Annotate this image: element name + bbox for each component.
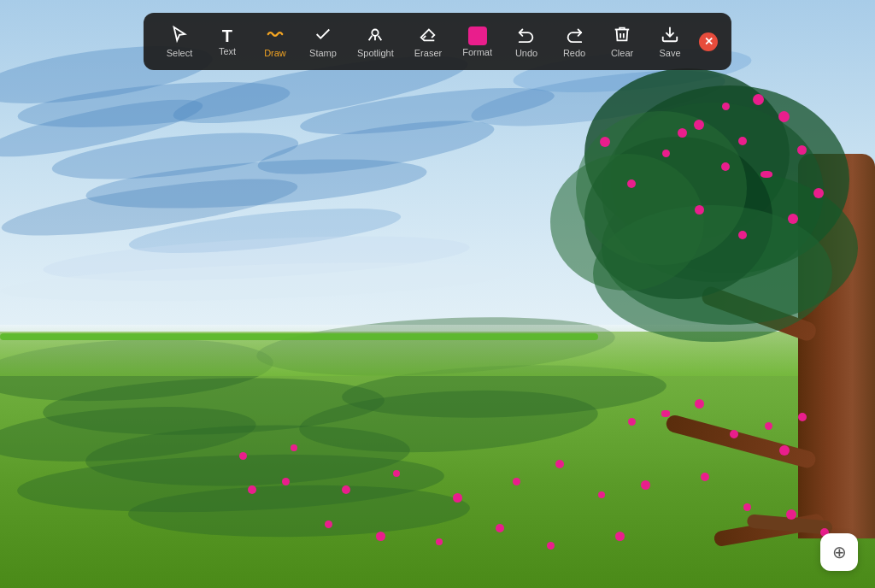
save-icon bbox=[661, 25, 679, 46]
fab-icon: ⊕ bbox=[832, 542, 847, 562]
canvas-area[interactable] bbox=[0, 0, 875, 588]
select-label: Select bbox=[167, 48, 193, 58]
text-icon: T bbox=[222, 27, 232, 44]
format-label: Format bbox=[462, 47, 492, 57]
redo-icon bbox=[565, 25, 584, 46]
eraser-tool[interactable]: Eraser bbox=[406, 20, 450, 63]
text-label: Text bbox=[219, 46, 236, 56]
format-color-swatch bbox=[468, 26, 487, 45]
close-icon: ✕ bbox=[704, 35, 714, 48]
floating-action-button[interactable]: ⊕ bbox=[820, 533, 858, 571]
stamp-tool[interactable]: Stamp bbox=[301, 20, 345, 63]
undo-tool[interactable]: Undo bbox=[504, 20, 549, 63]
draw-tool[interactable]: Draw bbox=[253, 20, 297, 63]
text-tool[interactable]: T Text bbox=[205, 22, 250, 62]
draw-label: Draw bbox=[264, 48, 286, 58]
draw-icon bbox=[266, 25, 285, 46]
redo-label: Redo bbox=[563, 48, 585, 58]
eraser-label: Eraser bbox=[414, 48, 442, 58]
clear-icon bbox=[613, 25, 631, 46]
close-button[interactable]: ✕ bbox=[699, 32, 718, 51]
select-tool[interactable]: Select bbox=[157, 20, 202, 63]
spotlight-icon bbox=[366, 25, 385, 46]
clear-label: Clear bbox=[611, 48, 633, 58]
stamp-label: Stamp bbox=[309, 48, 337, 58]
eraser-icon bbox=[419, 25, 438, 46]
save-tool[interactable]: Save bbox=[648, 20, 692, 63]
toolbar: Select T Text Draw Stamp Spotlig bbox=[144, 13, 731, 70]
spotlight-tool[interactable]: Spotlight bbox=[349, 20, 402, 63]
undo-label: Undo bbox=[515, 48, 537, 58]
select-icon bbox=[170, 25, 189, 46]
spotlight-label: Spotlight bbox=[357, 48, 394, 58]
undo-icon bbox=[517, 25, 536, 46]
stamp-icon bbox=[314, 25, 332, 46]
svg-point-0 bbox=[373, 30, 379, 36]
redo-tool[interactable]: Redo bbox=[552, 20, 596, 63]
save-label: Save bbox=[659, 48, 680, 58]
clear-tool[interactable]: Clear bbox=[600, 20, 644, 63]
format-tool[interactable]: Format bbox=[454, 21, 501, 62]
